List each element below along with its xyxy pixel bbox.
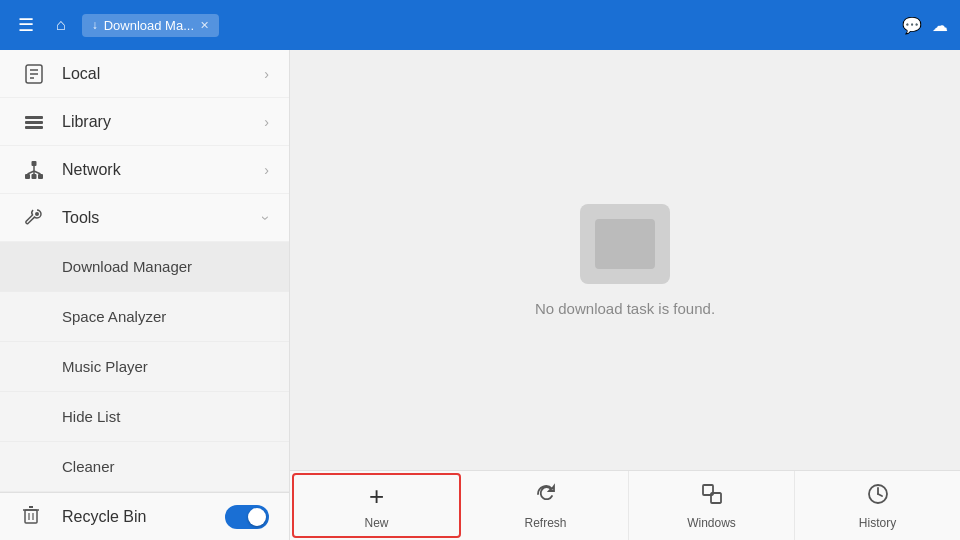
svg-rect-8: [32, 174, 37, 179]
empty-folder-icon: [580, 204, 670, 284]
library-chevron-icon: ›: [264, 114, 269, 130]
sidebar: Local › Library ›: [0, 50, 290, 540]
sidebar-item-download-manager[interactable]: Download Manager: [0, 242, 289, 292]
sidebar-item-tools[interactable]: Tools ›: [0, 194, 289, 242]
network-icon: [20, 159, 48, 181]
local-chevron-icon: ›: [264, 66, 269, 82]
network-chevron-icon: ›: [264, 162, 269, 178]
cloud-icon[interactable]: ☁: [932, 16, 948, 35]
svg-line-13: [34, 171, 41, 174]
history-label: History: [859, 516, 896, 530]
space-analyzer-label: Space Analyzer: [62, 308, 166, 325]
svg-rect-5: [25, 121, 43, 124]
new-icon: +: [369, 481, 384, 512]
download-arrow-icon: ↓: [92, 18, 98, 32]
windows-button[interactable]: Windows: [629, 471, 795, 540]
home-icon[interactable]: ⌂: [50, 10, 72, 40]
svg-rect-16: [25, 510, 37, 523]
sidebar-item-cleaner[interactable]: Cleaner: [0, 442, 289, 492]
sidebar-item-space-analyzer[interactable]: Space Analyzer: [0, 292, 289, 342]
hide-list-label: Hide List: [62, 408, 120, 425]
refresh-button[interactable]: Refresh: [463, 471, 629, 540]
svg-line-25: [878, 494, 882, 496]
svg-rect-7: [25, 174, 30, 179]
cleaner-label: Cleaner: [62, 458, 115, 475]
local-icon: [20, 63, 48, 85]
svg-rect-6: [25, 126, 43, 129]
library-icon: [20, 111, 48, 133]
tools-submenu: Download Manager Space Analyzer Music Pl…: [0, 242, 289, 492]
menu-icon[interactable]: ☰: [12, 8, 40, 42]
svg-line-12: [28, 171, 35, 174]
sidebar-item-music-player[interactable]: Music Player: [0, 342, 289, 392]
windows-label: Windows: [687, 516, 736, 530]
sidebar-recycle-bin[interactable]: Recycle Bin: [0, 492, 289, 540]
history-icon: [866, 482, 890, 512]
local-label: Local: [62, 65, 264, 83]
bottom-toolbar: + New Refresh Windows: [290, 470, 960, 540]
recycle-bin-toggle[interactable]: [225, 505, 269, 529]
library-label: Library: [62, 113, 264, 131]
top-bar: ☰ ⌂ ↓ Download Ma... ✕ 💬 ☁: [0, 0, 960, 50]
recycle-bin-icon: [20, 503, 48, 530]
chat-icon[interactable]: 💬: [902, 16, 922, 35]
svg-point-15: [35, 212, 39, 216]
empty-message: No download task is found.: [535, 300, 715, 317]
recycle-bin-label: Recycle Bin: [62, 508, 225, 526]
tools-chevron-icon: ›: [259, 215, 275, 220]
svg-rect-10: [32, 161, 37, 166]
sidebar-item-local[interactable]: Local ›: [0, 50, 289, 98]
new-label: New: [364, 516, 388, 530]
windows-icon: [700, 482, 724, 512]
download-manager-label: Download Manager: [62, 258, 192, 275]
refresh-label: Refresh: [524, 516, 566, 530]
content-area: No download task is found.: [290, 50, 960, 470]
sidebar-item-hide-list[interactable]: Hide List: [0, 392, 289, 442]
tab-close-icon[interactable]: ✕: [200, 19, 209, 32]
top-bar-right: 💬 ☁: [902, 16, 948, 35]
sidebar-item-network[interactable]: Network ›: [0, 146, 289, 194]
download-tab[interactable]: ↓ Download Ma... ✕: [82, 14, 219, 37]
svg-rect-4: [25, 116, 43, 119]
svg-rect-9: [38, 174, 43, 179]
tab-label: Download Ma...: [104, 18, 194, 33]
new-button[interactable]: + New: [292, 473, 461, 538]
network-label: Network: [62, 161, 264, 179]
history-button[interactable]: History: [795, 471, 960, 540]
sidebar-item-library[interactable]: Library ›: [0, 98, 289, 146]
refresh-icon: [534, 482, 558, 512]
main-content: Local › Library ›: [0, 50, 960, 540]
tools-label: Tools: [62, 209, 264, 227]
right-panel: No download task is found. + New Refresh: [290, 50, 960, 540]
tools-icon: [20, 207, 48, 229]
music-player-label: Music Player: [62, 358, 148, 375]
